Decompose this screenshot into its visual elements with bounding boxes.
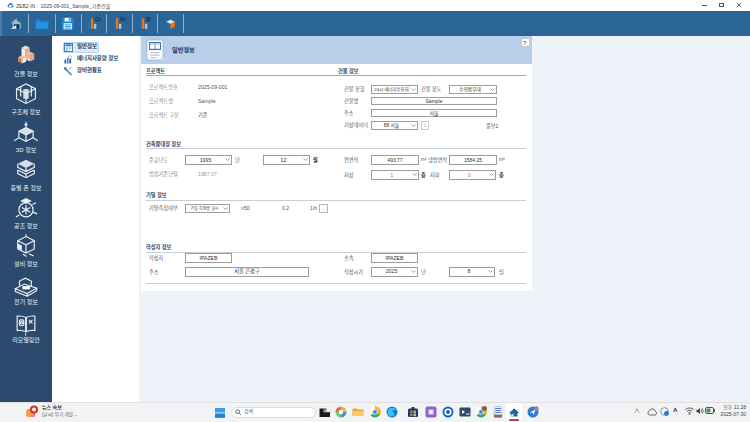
svg-text:So: So [120,17,125,22]
svg-text:Co: Co [95,17,100,22]
svg-text:Ql: Ql [146,17,151,22]
